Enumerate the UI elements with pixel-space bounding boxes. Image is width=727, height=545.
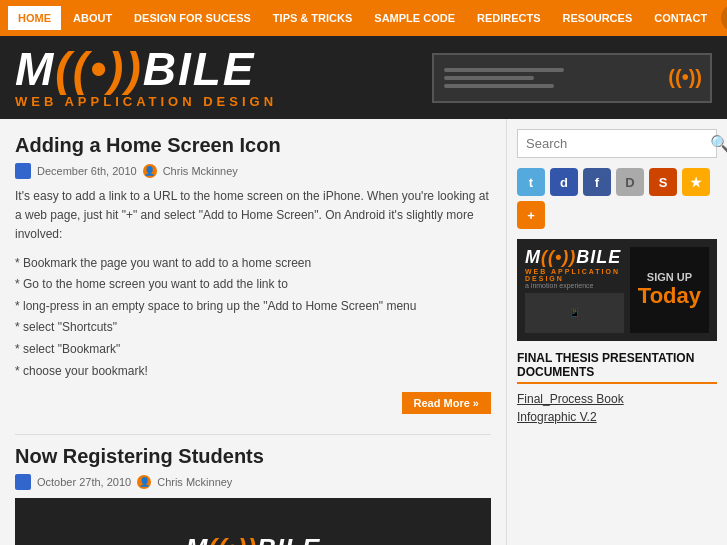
promo-phone-image: 📱 xyxy=(525,293,624,333)
signup-label: SIGN UP xyxy=(647,271,692,283)
nav-item-home[interactable]: HOME xyxy=(8,6,61,30)
thesis-link-1[interactable]: Final_Process Book xyxy=(517,390,717,408)
site-logo: M((•))BILE WEB APPLICATION DESIGN xyxy=(15,46,277,109)
post-2-title: Now Registering Students xyxy=(15,445,491,468)
plus-icon[interactable]: + xyxy=(517,201,545,229)
list-item: Bookmark the page you want to add to a h… xyxy=(15,253,491,275)
post-1-text: It's easy to add a link to a URL to the … xyxy=(15,187,491,245)
logo-paren: ((•)) xyxy=(55,43,142,95)
search-box: 🔍 xyxy=(517,129,717,158)
user-icon-2: 👤 xyxy=(137,475,151,489)
nav-item-design[interactable]: DESIGN FOR SUCESS xyxy=(124,6,261,30)
search-input[interactable] xyxy=(518,131,702,156)
post-image-logo-title: M((•))BILE xyxy=(186,533,321,545)
widget-bars xyxy=(444,68,564,88)
nav-item-sample[interactable]: SAMPLE CODE xyxy=(364,6,465,30)
star-icon[interactable]: ★ xyxy=(682,168,710,196)
post-divider xyxy=(15,434,491,435)
post-1-title: Adding a Home Screen Icon xyxy=(15,134,491,157)
nav-social-icons: ◕ ♜ xyxy=(721,4,727,32)
promo-logo-title: M((•))BILE xyxy=(525,247,624,268)
post-2-image: M((•))BILE WEB APPLICATION DESIGN xyxy=(15,498,491,545)
post-2-author: Chris Mckinney xyxy=(157,476,232,488)
list-item: select "Bookmark" xyxy=(15,339,491,361)
nav-item-redirects[interactable]: REDIRECTS xyxy=(467,6,551,30)
logo-m: M xyxy=(15,43,55,95)
widget-bar-2 xyxy=(444,76,534,80)
logo-subtitle: WEB APPLICATION DESIGN xyxy=(15,94,277,109)
read-more-wrap: Read More xyxy=(15,392,491,414)
list-item: select "Shortcuts" xyxy=(15,317,491,339)
thesis-link-2[interactable]: Infographic V.2 xyxy=(517,408,717,426)
twitter-icon[interactable]: t xyxy=(517,168,545,196)
delicious-icon[interactable]: d xyxy=(550,168,578,196)
today-label: Today xyxy=(638,283,701,309)
promo-logo-tag: a inmotion experience xyxy=(525,282,624,289)
widget-signal-icon: ((•)) xyxy=(668,66,702,89)
promo-logo-sub: WEB APPLICATION DESIGN xyxy=(525,268,624,282)
nav-item-contact[interactable]: CONTACT xyxy=(644,6,717,30)
calendar-icon xyxy=(15,163,31,179)
post-2: Now Registering Students October 27th, 2… xyxy=(15,445,491,545)
post-1-author: Chris Mckinney xyxy=(163,165,238,177)
post-1-meta: December 6th, 2010 👤 Chris Mckinney xyxy=(15,163,491,179)
post-1-date: December 6th, 2010 xyxy=(37,165,137,177)
post-1: Adding a Home Screen Icon December 6th, … xyxy=(15,134,491,414)
list-item: choose your bookmark! xyxy=(15,361,491,383)
widget-bar-1 xyxy=(444,68,564,72)
rss-icon[interactable]: ◕ xyxy=(721,4,727,32)
digg-icon[interactable]: D xyxy=(616,168,644,196)
site-header: M((•))BILE WEB APPLICATION DESIGN ((•)) xyxy=(0,36,727,119)
nav-item-tips[interactable]: TIPS & TRICKS xyxy=(263,6,362,30)
logo-title: M((•))BILE xyxy=(15,46,277,92)
widget-bar-3 xyxy=(444,84,554,88)
list-item: long-press in an empty space to bring up… xyxy=(15,296,491,318)
read-more-button[interactable]: Read More xyxy=(402,392,491,414)
facebook-icon[interactable]: f xyxy=(583,168,611,196)
calendar-icon-2 xyxy=(15,474,31,490)
list-item: Go to the home screen you want to add th… xyxy=(15,274,491,296)
header-widget: ((•)) xyxy=(432,53,712,103)
search-button[interactable]: 🔍 xyxy=(702,130,727,157)
promo-logo: M((•))BILE WEB APPLICATION DESIGN a inmo… xyxy=(525,247,624,333)
post-2-meta: October 27th, 2010 👤 Chris Mckinney xyxy=(15,474,491,490)
nav-item-resources[interactable]: RESOURCES xyxy=(553,6,643,30)
promo-signup: SIGN UP Today xyxy=(630,247,709,333)
navigation: HOME ABOUT DESIGN FOR SUCESS TIPS & TRIC… xyxy=(0,0,727,36)
user-icon: 👤 xyxy=(143,164,157,178)
post-2-date: October 27th, 2010 xyxy=(37,476,131,488)
logo-bile: BILE xyxy=(143,43,256,95)
post-1-list: Bookmark the page you want to add to a h… xyxy=(15,253,491,383)
nav-item-about[interactable]: ABOUT xyxy=(63,6,122,30)
promo-box: M((•))BILE WEB APPLICATION DESIGN a inmo… xyxy=(517,239,717,341)
main-content: Adding a Home Screen Icon December 6th, … xyxy=(0,119,727,545)
thesis-section-title: FINAL THESIS PRESENTATION DOCUMENTS xyxy=(517,351,717,384)
sidebar: 🔍 t d f D S ★ + M((•))BILE WEB APPLICATI… xyxy=(507,119,727,545)
social-icons-bar: t d f D S ★ + xyxy=(517,168,717,229)
content-area: Adding a Home Screen Icon December 6th, … xyxy=(0,119,507,545)
stumbleupon-icon[interactable]: S xyxy=(649,168,677,196)
